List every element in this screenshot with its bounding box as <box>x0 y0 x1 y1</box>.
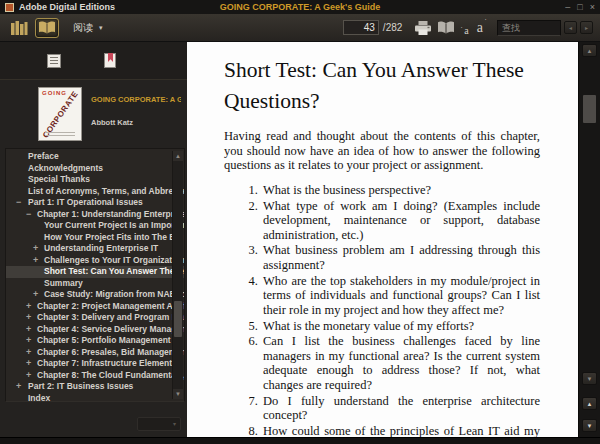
toc-item[interactable]: − Part 1: IT Operational Issues <box>6 197 184 209</box>
page-scrollbar[interactable]: ▲ ▼ ▲ ▼ <box>578 42 600 437</box>
question-item: Can I list the business challenges faced… <box>261 334 540 393</box>
increase-text-size-button[interactable]: a˙ <box>477 20 483 36</box>
toc-item[interactable]: How Your Project Fits into The Big Pictu… <box>6 232 184 244</box>
toc-item[interactable]: + Understanding Enterprise IT <box>6 243 184 255</box>
tab-bookmarks[interactable] <box>100 51 120 71</box>
expander-icon[interactable]: + <box>26 335 31 347</box>
page-heading: Short Test: Can You Answer These Questio… <box>224 55 540 116</box>
question-item: How could some of the principles of Lean… <box>261 424 540 437</box>
toc-item-label: Challenges to Your IT Organization <box>44 255 184 265</box>
expander-icon[interactable]: + <box>26 312 31 324</box>
library-view-button[interactable] <box>7 18 31 38</box>
expander-icon[interactable]: + <box>26 370 31 382</box>
sidebar: GOING CORPORATE GOING CORPORATE: A Geek'… <box>0 42 187 437</box>
toc-item[interactable]: Preface <box>6 151 184 163</box>
toc-item-label: Short Test: Can You Answer These Questio… <box>44 266 184 276</box>
toc-item-label: Understanding Enterprise IT <box>44 243 158 253</box>
expander-icon[interactable]: − <box>16 197 21 209</box>
scroll-up-button[interactable]: ▲ <box>582 44 597 57</box>
question-item: What is the monetary value of my efforts… <box>261 319 540 334</box>
toc-item[interactable]: + Chapter 8: The Cloud Fundamentals, Str… <box>6 370 184 382</box>
toc-item[interactable]: + Case Study: Migration from NAB to J2EE… <box>6 289 184 301</box>
toc-item[interactable]: + Chapter 6: Presales, Bid Management, a… <box>6 347 184 359</box>
previous-page-button[interactable]: ▲ <box>582 397 597 410</box>
arrow-up-icon: ▲ <box>587 48 593 54</box>
library-icon <box>11 21 28 35</box>
expander-icon[interactable]: + <box>26 347 31 359</box>
decrease-text-size-button[interactable]: ˙a <box>464 25 468 36</box>
page-down-icon: ▼ <box>587 423 593 429</box>
toc-item-label: Index <box>28 393 50 403</box>
view-menu-label: 阅读 <box>73 21 93 35</box>
reading-view-button[interactable] <box>35 18 59 38</box>
expander-icon[interactable]: + <box>26 358 31 370</box>
next-page-button[interactable]: ▼ <box>582 419 597 432</box>
toc-item[interactable]: + Chapter 4: Service Delivery Management <box>6 324 184 336</box>
book-title: GOING CORPORATE: A Geek's Guide <box>91 95 181 104</box>
cover-decor-lines <box>45 130 75 136</box>
tab-table-of-contents[interactable] <box>44 51 64 71</box>
expander-icon[interactable]: + <box>33 243 38 255</box>
toc-item[interactable]: + Part 2: IT Business Issues <box>6 381 184 393</box>
toc-item[interactable]: + Challenges to Your IT Organization <box>6 255 184 267</box>
scroll-down-button[interactable]: ▼ <box>582 372 597 385</box>
toc-item[interactable]: + Chapter 3: Delivery and Program Manage… <box>6 312 184 324</box>
expander-icon[interactable]: + <box>33 255 38 267</box>
page-total-label: /282 <box>383 22 402 33</box>
expander-icon[interactable]: + <box>33 289 38 301</box>
book-icon <box>437 21 455 34</box>
toc-item[interactable]: + Chapter 5: Portfolio Management <box>6 335 184 347</box>
toc-item[interactable]: Index <box>6 393 184 403</box>
toc-item[interactable]: Special Thanks <box>6 174 184 186</box>
expander-icon[interactable]: − <box>26 209 31 221</box>
page-number-input[interactable] <box>343 20 379 35</box>
toc-item-label: Acknowledgments <box>28 163 103 173</box>
toc-item-label: Your Current Project Is an Important Lin… <box>44 220 184 230</box>
toc-item[interactable]: Summary <box>6 278 184 290</box>
minimize-button[interactable]: – <box>565 1 570 13</box>
search-previous-button[interactable]: ◂ <box>564 21 577 34</box>
expander-icon[interactable]: + <box>26 324 31 336</box>
bookmarks-button[interactable] <box>437 21 455 34</box>
sidebar-options-dropdown[interactable]: ▾ <box>137 417 181 431</box>
toc-item[interactable]: Your Current Project Is an Important Lin… <box>6 220 184 232</box>
toc-scrollbar-thumb[interactable] <box>174 301 182 337</box>
toc-item[interactable]: Acknowledgments <box>6 163 184 175</box>
toc-item-label: Chapter 5: Portfolio Management <box>37 335 171 345</box>
expander-icon[interactable]: + <box>26 301 31 313</box>
toc-item-label: Chapter 1: Understanding Enterprise IT <box>37 209 184 219</box>
app-title: Adobe Digital Editions <box>19 2 115 12</box>
print-button[interactable] <box>415 21 431 35</box>
arrow-left-icon: ◂ <box>569 24 572 31</box>
increase-dot: ˙ <box>484 18 487 27</box>
toc-scrollbar[interactable]: ▲ ▼ <box>172 151 183 399</box>
close-button[interactable]: × <box>590 1 595 13</box>
toc-item[interactable]: List of Acronyms, Terms, and Abbreviatio… <box>6 186 184 198</box>
intro-paragraph: Having read and thought about the conten… <box>224 129 540 173</box>
expander-icon[interactable]: + <box>16 381 21 393</box>
search-next-button[interactable]: ▸ <box>580 21 593 34</box>
view-menu[interactable]: 阅读 ▾ <box>73 21 103 35</box>
toc-item[interactable]: Short Test: Can You Answer These Questio… <box>6 266 184 278</box>
chevron-down-icon: ▾ <box>99 24 103 32</box>
book-info: GOING CORPORATE GOING CORPORATE: A Geek'… <box>0 80 187 148</box>
toc-list-icon <box>47 54 61 68</box>
decrease-dot: ˙ <box>460 26 463 35</box>
toc-item[interactable]: + Chapter 2: Project Management A Differ… <box>6 301 184 313</box>
toc-item-label: How Your Project Fits into The Big Pictu… <box>44 232 184 242</box>
scroll-up-icon[interactable]: ▲ <box>173 151 183 161</box>
toc-item[interactable]: + Chapter 7: Infrastructure Elements <box>6 358 184 370</box>
question-item: Do I fully understand the enterprise arc… <box>261 394 540 423</box>
app-window: Adobe Digital Editions GOING CORPORATE: … <box>0 0 600 444</box>
toc-item-label: Summary <box>44 278 83 288</box>
window-bottom-edge <box>0 437 600 444</box>
scroll-down-icon[interactable]: ▼ <box>173 389 183 399</box>
toc-item[interactable]: − Chapter 1: Understanding Enterprise IT <box>6 209 184 221</box>
question-item: Who are the top stakeholders in my modul… <box>261 274 540 318</box>
page-scrollbar-thumb[interactable] <box>583 95 596 123</box>
search-input[interactable] <box>497 20 561 36</box>
toc-item-label: Special Thanks <box>28 174 90 184</box>
maximize-button[interactable]: □ <box>577 1 582 13</box>
titlebar: Adobe Digital Editions GOING CORPORATE: … <box>0 0 600 14</box>
book-cover-thumbnail: GOING CORPORATE <box>38 87 82 141</box>
